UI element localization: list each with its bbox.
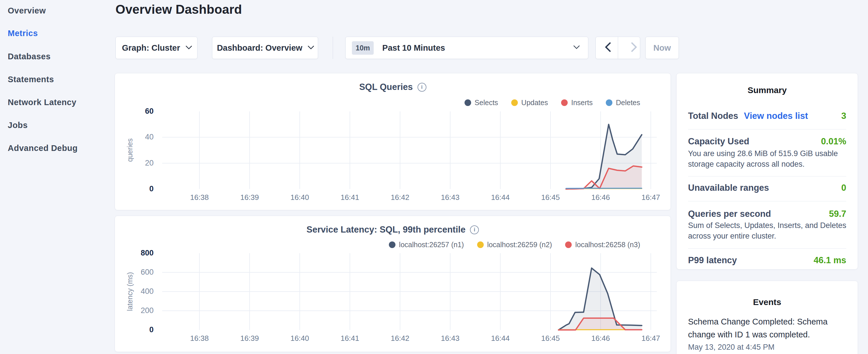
sql-queries-chart-panel: SQL Queries SelectsUpdatesInsertsDeletes… [115, 73, 671, 210]
summary-divider [688, 248, 846, 249]
x-axis-tick: 16:46 [581, 334, 621, 343]
x-axis-tick: 16:45 [530, 193, 570, 202]
summary-row-queries-per-second: Queries per second59.7 [688, 209, 846, 219]
x-axis-tick: 16:41 [330, 334, 370, 343]
events-title: Events [677, 297, 858, 307]
summary-title: Summary [677, 85, 858, 95]
summary-value: 0 [841, 183, 846, 193]
page-title: Overview Dashboard [116, 2, 242, 17]
x-axis-tick: 16:44 [480, 334, 520, 343]
x-axis-tick: 16:38 [179, 334, 219, 343]
summary-value: 46.1 ms [813, 255, 846, 265]
chevron-down-icon [574, 43, 580, 49]
summary-row-p99-latency: P99 latency46.1 ms [688, 255, 846, 265]
chevron-down-icon [185, 43, 192, 50]
overview-dashboard-page: OverviewMetricsDatabasesStatementsNetwor… [0, 0, 868, 354]
events-panel: Events Schema Change Completed: Schema c… [676, 281, 858, 354]
x-axis-tick: 16:41 [330, 193, 370, 202]
time-step-forward-button[interactable] [618, 37, 640, 59]
x-axis-tick: 16:45 [530, 334, 570, 343]
sidebar-item-metrics[interactable]: Metrics [8, 28, 38, 38]
summary-label: Unavailable ranges [688, 183, 769, 193]
summary-row-unavailable-ranges: Unavailable ranges0 [688, 183, 846, 193]
summary-divider [688, 129, 846, 129]
x-axis-tick: 16:42 [380, 334, 420, 343]
summary-row-capacity-used: Capacity Used0.01% [688, 136, 846, 147]
dashboard-dropdown-label: Dashboard: Overview [217, 43, 302, 53]
x-axis-tick: 16:43 [430, 193, 470, 202]
view-nodes-list-link[interactable]: View nodes list [744, 111, 808, 121]
summary-caption: You are using 28.6 MiB of 515.9 GiB usab… [688, 148, 847, 169]
x-axis-tick: 16:47 [631, 334, 671, 343]
x-axis-tick: 16:43 [430, 334, 470, 343]
summary-label: P99 latency [688, 255, 737, 265]
x-axis-tick: 16:44 [480, 193, 520, 202]
x-axis-tick: 16:40 [280, 193, 320, 202]
time-step-group [595, 37, 640, 59]
time-range-badge: 10m [352, 41, 374, 55]
now-button-label: Now [653, 43, 671, 53]
y-axis-tick: 0 [125, 185, 154, 193]
graph-scope-dropdown[interactable]: Graph: Cluster [116, 37, 197, 59]
sidebar-item-jobs[interactable]: Jobs [8, 120, 28, 130]
chart-canvas [115, 216, 671, 352]
x-axis-tick: 16:46 [581, 193, 621, 202]
summary-row-total-nodes: Total NodesView nodes list3 [688, 111, 846, 121]
y-axis-tick: 60 [125, 107, 154, 116]
time-range-label: Past 10 Minutes [382, 43, 445, 53]
sidebar-item-statements[interactable]: Statements [8, 74, 54, 85]
x-axis-tick: 16:40 [280, 334, 320, 343]
x-axis-tick: 16:47 [631, 193, 671, 202]
x-axis-tick: 16:39 [229, 334, 270, 343]
sidebar-item-databases[interactable]: Databases [8, 51, 51, 62]
summary-label: Capacity Used [688, 136, 749, 147]
time-range-selector[interactable]: 10m Past 10 Minutes [345, 37, 588, 59]
sidebar-item-overview[interactable]: Overview [8, 5, 46, 16]
summary-panel: Summary Total NodesView nodes list3Capac… [676, 73, 858, 269]
controls-divider [333, 37, 333, 59]
chevron-left-icon [605, 42, 615, 52]
x-axis-tick: 16:38 [179, 193, 219, 202]
summary-caption: Sum of Selects, Updates, Inserts, and De… [688, 220, 847, 242]
y-axis-tick: 0 [125, 325, 154, 334]
x-axis-tick: 16:39 [229, 193, 270, 202]
summary-label: Total Nodes [688, 111, 738, 121]
event-item[interactable]: Schema Change Completed: Schema change w… [688, 315, 847, 341]
chart-canvas [115, 73, 671, 211]
y-axis-tick: 800 [125, 249, 154, 257]
dashboard-dropdown[interactable]: Dashboard: Overview [212, 37, 318, 59]
summary-value: 3 [841, 111, 846, 121]
summary-value: 59.7 [829, 209, 846, 219]
summary-value: 0.01% [821, 136, 846, 147]
y-axis-title: latency (ms) [126, 272, 134, 311]
now-button[interactable]: Now [645, 37, 679, 59]
summary-label: Queries per second [688, 209, 771, 219]
chevron-right-icon [627, 42, 637, 52]
event-timestamp: May 13, 2020 at 4:45 PM [688, 343, 847, 352]
graph-scope-dropdown-label: Graph: Cluster [122, 43, 180, 53]
x-axis-tick: 16:42 [380, 193, 420, 202]
sidebar-item-network-latency[interactable]: Network Latency [8, 97, 76, 107]
summary-divider [688, 176, 846, 176]
chevron-down-icon [308, 43, 314, 50]
y-axis-title: queries [126, 138, 134, 162]
sidebar-item-advanced-debug[interactable]: Advanced Debug [8, 143, 78, 153]
time-step-back-button[interactable] [596, 37, 618, 59]
service-latency-chart-panel: Service Latency: SQL, 99th percentile lo… [115, 216, 671, 352]
summary-divider [688, 201, 846, 201]
